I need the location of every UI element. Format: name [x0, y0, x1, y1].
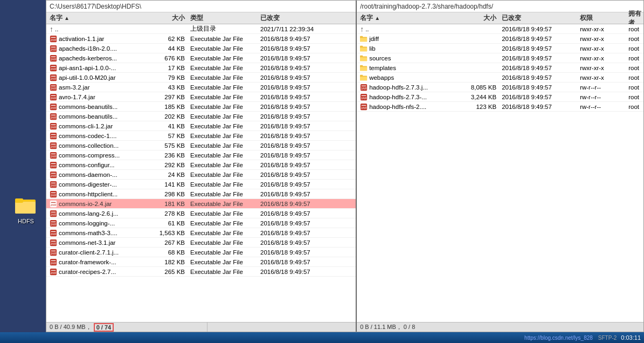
svg-text:JAR: JAR — [50, 134, 57, 138]
svg-rect-86 — [360, 57, 367, 61]
taskbar: https://blog.csdn.net/lys_828 SFTP-2 0:0… — [0, 332, 644, 343]
left-file-row[interactable]: JARcurator-recipes-2.7...265 KBExecutabl… — [46, 267, 356, 277]
left-file-date: 2016/8/18 9:49:57 — [258, 123, 356, 129]
right-file-name: JARhadoop-hdfs-2.7.3.j... — [357, 84, 456, 91]
svg-rect-79 — [360, 36, 363, 38]
svg-text:JAR: JAR — [50, 212, 57, 216]
right-file-row[interactable]: JARhadoop-hdfs-2.7.3-...3,244 KB2016/8/1… — [357, 92, 643, 102]
left-file-row[interactable]: JARcommons-logging-...61 KBExecutable Ja… — [46, 218, 356, 228]
left-file-type: Executable Jar File — [188, 84, 258, 91]
left-file-name: JARcommons-io-2.4.jar — [46, 200, 151, 208]
right-file-owner: root — [626, 74, 643, 81]
right-file-size: 3,244 KB — [456, 94, 500, 100]
left-file-date: 2016/8/18 9:49:57 — [258, 74, 356, 81]
left-file-row[interactable]: JARcommons-codec-1....57 KBExecutable Ja… — [46, 131, 356, 141]
left-file-row[interactable]: JARcommons-beanutils...185 KBExecutable … — [46, 102, 356, 112]
left-file-date: 2016/8/18 9:49:57 — [258, 230, 356, 236]
left-file-size: 185 KB — [151, 104, 188, 110]
svg-text:JAR: JAR — [50, 95, 57, 99]
right-file-row[interactable]: templates2016/8/18 9:49:57rwxr-xr-xroot — [357, 63, 643, 73]
left-file-row[interactable]: JARcommons-lang-2.6.j...278 KBExecutable… — [46, 209, 356, 218]
right-file-date: 2016/8/18 9:49:57 — [500, 45, 578, 52]
left-file-name: JARapi-util-1.0.0-M20.jar — [46, 74, 151, 81]
svg-text:JAR: JAR — [50, 270, 57, 274]
right-file-row[interactable]: webapps2016/8/18 9:49:57rwxr-xr-xroot — [357, 73, 643, 83]
left-file-type: Executable Jar File — [188, 94, 258, 100]
left-file-date: 2016/8/18 9:49:57 — [258, 220, 356, 227]
left-file-size: 61 KB — [151, 220, 188, 227]
left-col-date-header: 已改变 — [258, 13, 356, 23]
left-file-row[interactable]: JARcommons-cli-1.2.jar41 KBExecutable Ja… — [46, 121, 356, 131]
left-file-type: Executable Jar File — [188, 133, 258, 139]
left-file-row[interactable]: JARcommons-digester-...141 KBExecutable … — [46, 180, 356, 189]
left-file-row[interactable]: JARcurator-client-2.7.1.j...68 KBExecuta… — [46, 248, 356, 257]
left-file-size: 236 KB — [151, 152, 188, 159]
right-file-row[interactable]: JARhadoop-hdfs-nfs-2....123 KB2016/8/18 … — [357, 102, 643, 112]
left-file-row[interactable]: JARcommons-net-3.1.jar267 KBExecutable J… — [46, 238, 356, 248]
svg-text:JAR: JAR — [50, 47, 57, 51]
right-file-date: 2016/8/18 9:49:57 — [500, 74, 578, 81]
left-file-row[interactable]: JARcommons-compress...236 KBExecutable J… — [46, 150, 356, 160]
left-file-row[interactable]: JARcommons-collection...575 KBExecutable… — [46, 141, 356, 150]
left-file-row[interactable]: JARcommons-io-2.4.jar181 KBExecutable Ja… — [46, 199, 356, 209]
left-file-type: Executable Jar File — [188, 191, 258, 197]
left-file-name: JARcurator-recipes-2.7... — [46, 268, 151, 276]
right-file-date: 2016/8/18 9:49:57 — [500, 36, 578, 42]
right-file-list[interactable]: ↑..2016/8/18 9:49:57rwxr-xr-xrootjdiff20… — [357, 24, 643, 322]
left-file-type: Executable Jar File — [188, 220, 258, 227]
left-file-size: 202 KB — [151, 113, 188, 120]
left-file-type: Executable Jar File — [188, 269, 258, 275]
hdfs-desktop-icon[interactable]: HDFS — [10, 194, 42, 224]
left-file-row[interactable]: JARactivation-1.1.jar62 KBExecutable Jar… — [46, 34, 356, 44]
svg-text:JAR: JAR — [50, 76, 57, 80]
left-file-row[interactable]: JARcommons-beanutils...202 KBExecutable … — [46, 112, 356, 121]
left-file-date: 2016/8/18 9:49:57 — [258, 172, 356, 178]
left-file-type: Executable Jar File — [188, 113, 258, 120]
left-panel-header: 名字 ▲ 大小 类型 已改变 — [46, 12, 356, 24]
right-file-owner: root — [626, 65, 643, 71]
svg-text:JAR: JAR — [361, 95, 367, 99]
left-file-date: 2016/8/18 9:49:57 — [258, 65, 356, 71]
left-file-row[interactable]: JARasm-3.2.jar43 KBExecutable Jar File20… — [46, 83, 356, 92]
left-file-date: 2016/8/18 9:49:57 — [258, 269, 356, 275]
right-file-row[interactable]: sources2016/8/18 9:49:57rwxr-xr-xroot — [357, 53, 643, 63]
right-file-perm: rwxr-xr-x — [578, 65, 626, 71]
left-file-size: 265 KB — [151, 269, 188, 275]
left-file-date: 2016/8/18 9:49:57 — [258, 201, 356, 207]
left-file-size: 41 KB — [151, 123, 188, 129]
right-file-row[interactable]: ↑..2016/8/18 9:49:57rwxr-xr-xroot — [357, 24, 643, 34]
left-file-name: JARactivation-1.1.jar — [46, 35, 151, 43]
left-file-type: Executable Jar File — [188, 74, 258, 81]
left-file-row[interactable]: JARapacheds-i18n-2.0....44 KBExecutable … — [46, 44, 356, 53]
left-file-row[interactable]: JARapi-util-1.0.0-M20.jar79 KBExecutable… — [46, 73, 356, 83]
left-file-row[interactable]: JARcommons-configur...292 KBExecutable J… — [46, 160, 356, 170]
left-file-row[interactable]: JARcommons-math3-3....1,563 KBExecutable… — [46, 228, 356, 238]
right-file-row[interactable]: lib2016/8/18 9:49:57rwxr-xr-xroot — [357, 44, 643, 53]
hdfs-folder-icon — [15, 194, 37, 216]
left-file-row[interactable]: JARapi-asn1-api-1.0.0-...17 KBExecutable… — [46, 63, 356, 73]
right-file-name: jdiff — [357, 35, 456, 43]
right-file-date: 2016/8/18 9:49:57 — [500, 104, 578, 110]
left-file-row[interactable]: JARcurator-framework-...182 KBExecutable… — [46, 257, 356, 267]
left-status-selected: 0 / 74 — [94, 323, 114, 332]
left-file-name: JARavro-1.7.4.jar — [46, 93, 151, 101]
right-file-row[interactable]: jdiff2016/8/18 9:49:57rwxr-xr-xroot — [357, 34, 643, 44]
left-file-row[interactable]: JARcommons-httpclient...298 KBExecutable… — [46, 189, 356, 199]
left-file-type: Executable Jar File — [188, 65, 258, 71]
left-file-row[interactable]: JARavro-1.7.4.jar297 KBExecutable Jar Fi… — [46, 92, 356, 102]
right-file-date: 2016/8/18 9:49:57 — [500, 26, 578, 32]
right-file-name: webapps — [357, 74, 456, 81]
taskbar-link[interactable]: https://blog.csdn.net/lys_828 — [524, 335, 593, 341]
left-file-row[interactable]: JARcommons-daemon-...24 KBExecutable Jar… — [46, 170, 356, 180]
svg-text:JAR: JAR — [50, 260, 57, 264]
right-file-row[interactable]: JARhadoop-hdfs-2.7.3.j...8,085 KB2016/8/… — [357, 83, 643, 92]
left-file-name: JARcommons-digester-... — [46, 181, 151, 188]
left-file-list[interactable]: ↑..上级目录2021/7/11 22:39:34JARactivation-1… — [46, 24, 356, 322]
left-file-row[interactable]: JARapacheds-kerberos...676 KBExecutable … — [46, 53, 356, 63]
right-file-perm: rwxr-xr-x — [578, 55, 626, 61]
left-file-row[interactable]: ↑..上级目录2021/7/11 22:39:34 — [46, 24, 356, 34]
left-file-size: 278 KB — [151, 210, 188, 217]
left-file-type: Executable Jar File — [188, 162, 258, 168]
right-col-perm-header: 权限 — [578, 13, 626, 23]
svg-rect-85 — [360, 55, 363, 57]
